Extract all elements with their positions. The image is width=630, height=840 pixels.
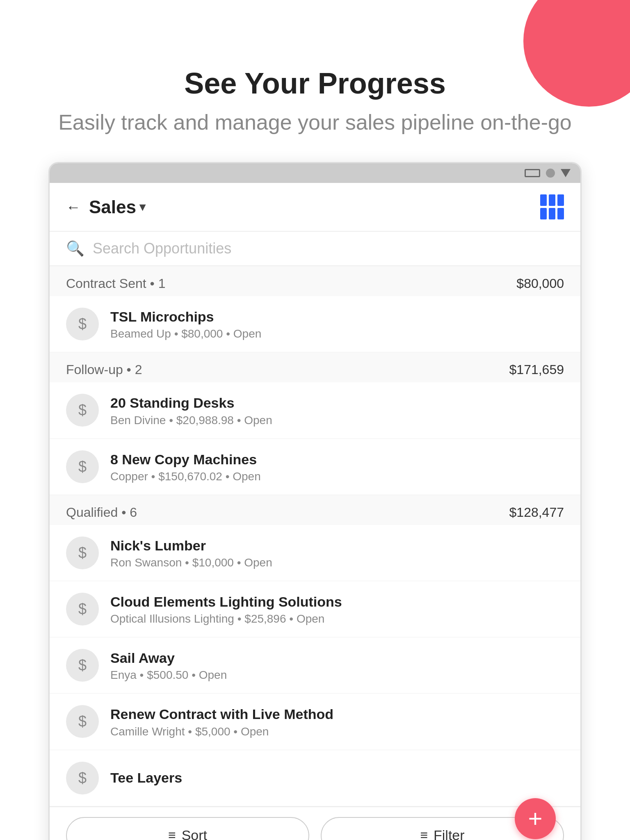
grid-row-2: [540, 208, 564, 219]
opportunity-name: Renew Contract with Live Method: [110, 705, 564, 723]
sort-button[interactable]: ≡ Sort: [66, 817, 309, 840]
opportunity-name: 20 Standing Desks: [110, 394, 564, 412]
add-opportunity-fab[interactable]: +: [515, 798, 556, 839]
grid-cell: [557, 208, 564, 219]
grid-cell: [557, 194, 564, 206]
opportunity-item[interactable]: $ TSL Microchips Beamed Up • $80,000 • O…: [50, 296, 580, 352]
opportunity-item[interactable]: $ 8 New Copy Machines Copper • $150,670.…: [50, 439, 580, 495]
opportunity-item[interactable]: $ Sail Away Enya • $500.50 • Open: [50, 637, 580, 694]
opportunity-item[interactable]: $ Renew Contract with Live Method Camill…: [50, 694, 580, 750]
section-label: Follow-up • 2: [66, 362, 142, 377]
opportunity-name: Tee Layers: [110, 769, 564, 787]
signal-icon: [525, 169, 540, 177]
grid-cell: [540, 208, 547, 219]
opportunity-avatar: $: [66, 762, 99, 794]
app-mockup: ← Sales ▾ 🔍 Search Opportunities: [48, 162, 582, 840]
opportunity-details: Ben Divine • $20,988.98 • Open: [110, 414, 564, 427]
opportunity-list: Contract Sent • 1 $80,000 $ TSL Microchi…: [50, 266, 580, 806]
wifi-icon: [546, 169, 555, 178]
header-title-group[interactable]: Sales ▾: [89, 197, 145, 217]
title-dropdown-caret: ▾: [139, 200, 145, 214]
section-header-0: Contract Sent • 1 $80,000: [50, 266, 580, 296]
opportunity-item[interactable]: $ Tee Layers: [50, 750, 580, 806]
opportunity-details: Enya • $500.50 • Open: [110, 669, 564, 682]
header-left: ← Sales ▾: [66, 197, 145, 217]
grid-row-1: [540, 194, 564, 206]
opportunity-avatar: $: [66, 649, 99, 682]
opportunity-name: Nick's Lumber: [110, 536, 564, 555]
opportunity-details: Copper • $150,670.02 • Open: [110, 470, 564, 483]
opportunity-info: Tee Layers: [110, 769, 564, 787]
opportunity-avatar: $: [66, 450, 99, 483]
section-header-1: Follow-up • 2 $171,659: [50, 352, 580, 382]
hero-title: See Your Progress: [0, 66, 630, 101]
hero-subtitle: Easily track and manage your sales pipel…: [0, 107, 630, 137]
opportunity-avatar: $: [66, 705, 99, 738]
pipeline-title: Sales: [89, 197, 136, 217]
opportunity-info: 8 New Copy Machines Copper • $150,670.02…: [110, 450, 564, 483]
opportunity-avatar: $: [66, 536, 99, 569]
filter-label: Filter: [434, 827, 465, 840]
opportunity-name: 8 New Copy Machines: [110, 450, 564, 468]
search-input[interactable]: Search Opportunities: [93, 240, 231, 257]
opportunity-name: Cloud Elements Lighting Solutions: [110, 593, 564, 611]
opportunity-info: Renew Contract with Live Method Camille …: [110, 705, 564, 738]
opportunity-info: Nick's Lumber Ron Swanson • $10,000 • Op…: [110, 536, 564, 569]
opportunity-details: Beamed Up • $80,000 • Open: [110, 327, 564, 340]
opportunity-avatar: $: [66, 394, 99, 427]
opportunity-details: Camille Wright • $5,000 • Open: [110, 725, 564, 738]
opportunity-info: Sail Away Enya • $500.50 • Open: [110, 649, 564, 682]
battery-icon: [561, 169, 571, 177]
bottom-actions-bar: ≡ Sort ≡ Filter: [50, 806, 580, 840]
opportunity-name: Sail Away: [110, 649, 564, 667]
opportunity-item[interactable]: $ 20 Standing Desks Ben Divine • $20,988…: [50, 382, 580, 438]
grid-cell: [540, 194, 547, 206]
grid-cell: [549, 208, 555, 219]
grid-cell: [549, 194, 555, 206]
opportunity-name: TSL Microchips: [110, 308, 564, 326]
opportunity-info: 20 Standing Desks Ben Divine • $20,988.9…: [110, 394, 564, 427]
status-bar: [50, 163, 580, 183]
search-icon: 🔍: [66, 240, 84, 257]
section-amount: $128,477: [509, 505, 564, 520]
hero-section: See Your Progress Easily track and manag…: [0, 0, 630, 162]
app-header: ← Sales ▾: [50, 183, 580, 232]
sort-icon: ≡: [168, 828, 176, 840]
opportunity-details: Ron Swanson • $10,000 • Open: [110, 556, 564, 569]
opportunity-item[interactable]: $ Nick's Lumber Ron Swanson • $10,000 • …: [50, 525, 580, 581]
section-amount: $171,659: [509, 362, 564, 377]
section-label: Qualified • 6: [66, 505, 137, 520]
section-header-2: Qualified • 6 $128,477: [50, 495, 580, 525]
sort-label: Sort: [182, 827, 207, 840]
opportunity-item[interactable]: $ Cloud Elements Lighting Solutions Opti…: [50, 581, 580, 637]
section-label: Contract Sent • 1: [66, 276, 165, 291]
search-bar: 🔍 Search Opportunities: [50, 232, 580, 266]
back-button[interactable]: ←: [66, 199, 81, 216]
kanban-view-button[interactable]: [540, 194, 564, 219]
opportunity-avatar: $: [66, 593, 99, 625]
section-amount: $80,000: [516, 276, 564, 291]
opportunity-avatar: $: [66, 308, 99, 340]
opportunity-info: TSL Microchips Beamed Up • $80,000 • Ope…: [110, 308, 564, 340]
opportunity-details: Optical Illusions Lighting • $25,896 • O…: [110, 612, 564, 625]
filter-icon: ≡: [420, 828, 428, 840]
opportunity-info: Cloud Elements Lighting Solutions Optica…: [110, 593, 564, 625]
